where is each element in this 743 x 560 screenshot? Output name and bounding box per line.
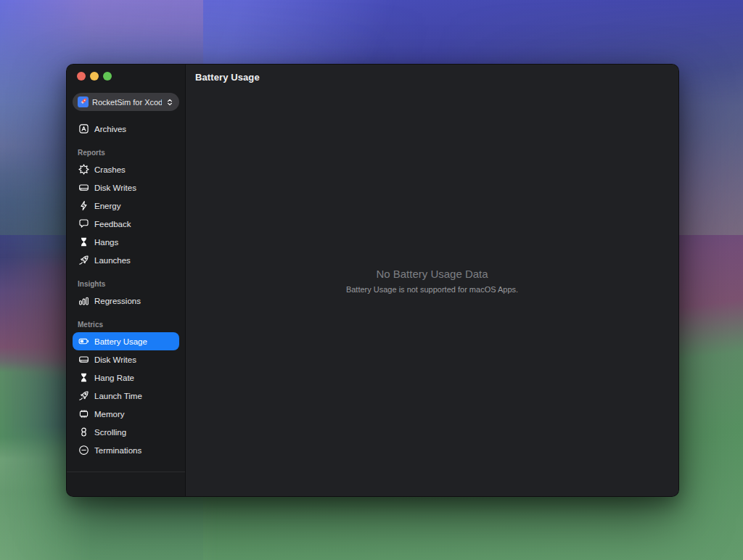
rocket-icon xyxy=(78,255,90,266)
sidebar-item-label: Crashes xyxy=(94,165,126,174)
sidebar-item-label: Regressions xyxy=(94,297,141,305)
desktop: RocketSim for Xcod… ArchivesReportsCrash… xyxy=(0,0,743,560)
sidebar-section-label-metrics: Metrics xyxy=(78,321,174,329)
minus-circle-icon xyxy=(78,445,90,456)
empty-state-title: No Battery Usage Data xyxy=(376,268,488,280)
sidebar-item-energy[interactable]: Energy xyxy=(73,197,179,215)
sidebar-item-label: Energy xyxy=(94,202,120,210)
zoom-button[interactable] xyxy=(103,72,112,81)
memory-chip-icon xyxy=(78,408,90,420)
close-button[interactable] xyxy=(77,72,86,81)
main-content: Battery Usage No Battery Usage Data Batt… xyxy=(186,65,678,496)
sidebar-item-regressions[interactable]: Regressions xyxy=(73,292,179,310)
rocket-icon xyxy=(78,390,90,402)
window-controls xyxy=(77,72,179,81)
sidebar-item-label: Scrolling xyxy=(94,428,126,437)
sidebar-item-disk-writes[interactable]: Disk Writes xyxy=(73,178,179,197)
chevron-up-down-icon xyxy=(165,98,174,107)
sidebar-footer xyxy=(67,472,185,496)
app-selector-dropdown[interactable]: RocketSim for Xcod… xyxy=(73,93,179,111)
empty-state: No Battery Usage Data Battery Usage is n… xyxy=(186,65,678,496)
sidebar-item-terminations[interactable]: Terminations xyxy=(73,441,179,459)
sidebar-item-label: Archives xyxy=(94,125,126,133)
sidebar-item-label: Memory xyxy=(94,410,125,419)
hourglass-icon xyxy=(78,372,90,384)
sidebar-section-label-insights: Insights xyxy=(78,280,174,288)
rocketsim-app-icon xyxy=(78,96,89,107)
sidebar-section-label-reports: Reports xyxy=(78,149,174,157)
archive-box-icon xyxy=(78,123,90,135)
external-drive-icon xyxy=(78,182,90,194)
burst-icon xyxy=(78,164,90,176)
external-drive-icon xyxy=(78,354,90,366)
organizer-window: RocketSim for Xcod… ArchivesReportsCrash… xyxy=(66,64,679,497)
sidebar: RocketSim for Xcod… ArchivesReportsCrash… xyxy=(67,65,186,496)
sidebar-item-launches[interactable]: Launches xyxy=(73,251,179,269)
sidebar-item-memory[interactable]: Memory xyxy=(73,405,179,423)
scroll-icon xyxy=(78,427,90,438)
empty-state-message: Battery Usage is not supported for macOS… xyxy=(346,285,518,294)
sidebar-item-label: Disk Writes xyxy=(94,355,136,364)
sidebar-item-crashes[interactable]: Crashes xyxy=(73,160,179,178)
sidebar-item-disk-writes[interactable]: Disk Writes xyxy=(73,350,179,368)
sidebar-nav: ArchivesReportsCrashesDisk WritesEnergyF… xyxy=(73,120,179,459)
minimize-button[interactable] xyxy=(90,72,99,81)
sidebar-item-label: Terminations xyxy=(94,446,141,455)
sidebar-item-label: Feedback xyxy=(94,220,131,228)
sidebar-item-hangs[interactable]: Hangs xyxy=(73,233,179,251)
battery-icon xyxy=(78,336,90,347)
app-selector-label: RocketSim for Xcod… xyxy=(92,98,162,107)
sidebar-item-label: Battery Usage xyxy=(94,337,147,346)
bolt-icon xyxy=(78,200,90,212)
sidebar-item-label: Launch Time xyxy=(94,392,142,400)
sidebar-item-label: Hang Rate xyxy=(94,374,134,382)
sidebar-item-archives[interactable]: Archives xyxy=(73,120,179,138)
sidebar-item-battery-usage[interactable]: Battery Usage xyxy=(73,332,179,350)
speech-bubble-icon xyxy=(78,218,90,230)
bar-chart-icon xyxy=(78,295,90,307)
sidebar-item-label: Hangs xyxy=(94,238,118,247)
sidebar-item-hang-rate[interactable]: Hang Rate xyxy=(73,368,179,387)
sidebar-item-label: Launches xyxy=(94,256,131,265)
sidebar-item-scrolling[interactable]: Scrolling xyxy=(73,423,179,441)
sidebar-item-launch-time[interactable]: Launch Time xyxy=(73,387,179,405)
sidebar-item-label: Disk Writes xyxy=(94,184,136,192)
hourglass-icon xyxy=(78,236,90,248)
sidebar-item-feedback[interactable]: Feedback xyxy=(73,215,179,233)
